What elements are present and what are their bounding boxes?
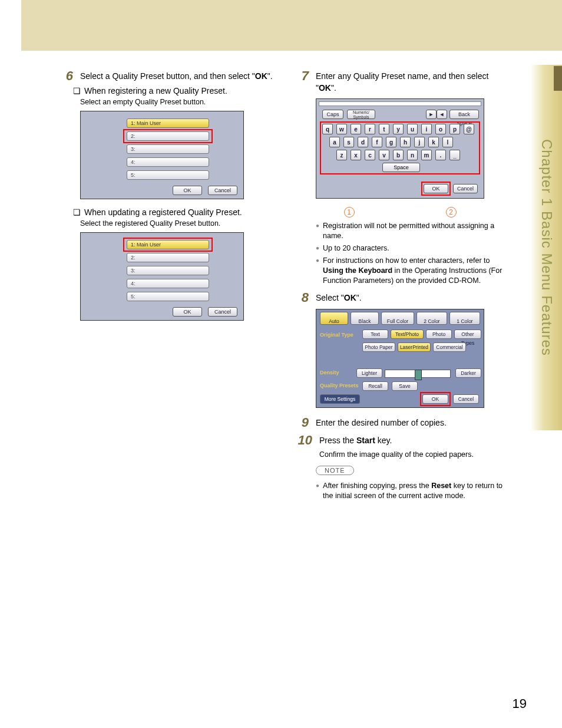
- sub-register: ❏ When registering a new Quality Preset.: [73, 86, 275, 95]
- checkbox-icon: ❏: [73, 207, 81, 217]
- key-q[interactable]: q: [322, 124, 333, 134]
- key-u[interactable]: u: [407, 124, 418, 134]
- key-n[interactable]: n: [407, 150, 418, 160]
- tab-2-color[interactable]: 2 Color: [416, 312, 447, 325]
- darker-button[interactable]: Darker: [455, 368, 481, 378]
- step-number: 8: [292, 291, 309, 304]
- key-y[interactable]: y: [393, 124, 404, 134]
- screenshot-preset-list-empty: 1: Main User 2: 3: 4: 5: OK Cancel: [80, 111, 244, 199]
- step10-sub: Confirm the image quality of the copied …: [319, 450, 510, 459]
- ok-button[interactable]: OK: [173, 186, 202, 195]
- key-s[interactable]: s: [343, 137, 354, 147]
- key-l[interactable]: l: [442, 137, 453, 147]
- key-h[interactable]: h: [400, 137, 411, 147]
- chapter-side-tab: Chapter 1 Basic Menu Features: [531, 65, 562, 430]
- key-o[interactable]: o: [435, 124, 446, 134]
- tab-commercial[interactable]: Commercial: [433, 342, 466, 352]
- tab-photo-paper[interactable]: Photo Paper: [362, 342, 395, 352]
- step-text: Select a Quality Preset button, and then…: [80, 70, 275, 83]
- note-text: After finishing copying, press the Reset…: [323, 481, 510, 501]
- header-band: [21, 0, 562, 51]
- key-@[interactable]: @: [464, 124, 474, 134]
- backspace-button[interactable]: Back Space: [449, 110, 479, 119]
- note-text: Registration will not be permitted witho…: [323, 221, 510, 241]
- cancel-button[interactable]: Cancel: [208, 186, 237, 195]
- key-w[interactable]: w: [336, 124, 347, 134]
- key-c[interactable]: c: [365, 150, 375, 160]
- key-r[interactable]: r: [365, 124, 375, 134]
- ok-button[interactable]: OK: [173, 307, 202, 317]
- more-settings-button[interactable]: More Settings: [320, 394, 360, 404]
- key-.[interactable]: .: [435, 150, 446, 160]
- preset-row-3[interactable]: 3:: [127, 266, 209, 275]
- arrow-right-button[interactable]: ►: [426, 110, 437, 119]
- key-j[interactable]: j: [414, 137, 425, 147]
- key-e[interactable]: e: [351, 124, 361, 134]
- tab-black[interactable]: Black: [351, 312, 379, 325]
- save-button[interactable]: Save: [392, 381, 418, 391]
- left-column: 6 Select a Quality Preset button, and th…: [57, 70, 275, 503]
- tab-text[interactable]: Text: [362, 330, 388, 339]
- tab-photo[interactable]: Photo: [426, 330, 452, 339]
- step-number: 10: [292, 434, 312, 447]
- key-z[interactable]: z: [336, 150, 347, 160]
- key-i[interactable]: i: [421, 124, 432, 134]
- note-bullets: ●After finishing copying, press the Rese…: [316, 481, 510, 501]
- preset-row-5[interactable]: 5:: [127, 170, 209, 180]
- arrow-left-button[interactable]: ◄: [437, 110, 447, 119]
- preset-row-1[interactable]: 1: Main User: [127, 118, 209, 128]
- keyboard-markers: 1 2: [316, 207, 484, 218]
- key-a[interactable]: a: [329, 137, 340, 147]
- preset-row-2[interactable]: 2:: [127, 253, 209, 262]
- key-f[interactable]: f: [372, 137, 382, 147]
- key-p[interactable]: p: [449, 124, 460, 134]
- step-text: Enter the desired number of copies.: [316, 416, 510, 429]
- tab-other-types[interactable]: Other Types: [454, 330, 481, 339]
- preset-row-5[interactable]: 5:: [127, 292, 209, 301]
- density-slider[interactable]: [385, 370, 451, 378]
- step7-notes: ●Registration will not be permitted with…: [316, 221, 510, 285]
- highlight-red-box: [123, 129, 213, 143]
- tab-1-color[interactable]: 1 Color: [449, 312, 480, 325]
- lighter-button[interactable]: Lighter: [356, 368, 382, 378]
- key-k[interactable]: k: [428, 137, 439, 147]
- step-text: Press the Start key.: [319, 434, 510, 447]
- key-g[interactable]: g: [386, 137, 396, 147]
- numeric-symbols-button[interactable]: Numeric/ Symbols: [347, 110, 375, 119]
- key-t[interactable]: t: [379, 124, 389, 134]
- cancel-button[interactable]: Cancel: [208, 307, 237, 317]
- checkbox-icon: ❏: [73, 86, 81, 95]
- highlight-red-ok: [420, 392, 451, 406]
- highlight-red-box: [123, 238, 213, 252]
- cancel-button[interactable]: Cancel: [453, 184, 478, 193]
- cancel-button[interactable]: Cancel: [453, 394, 479, 404]
- step-text: Enter any Quality Preset name, and then …: [316, 70, 510, 94]
- tab-laser-printed[interactable]: LaserPrinted: [398, 342, 431, 352]
- right-column: 7 Enter any Quality Preset name, and the…: [292, 70, 510, 503]
- key-x[interactable]: x: [351, 150, 361, 160]
- preset-row-3[interactable]: 3:: [127, 144, 209, 154]
- step-number: 7: [292, 70, 309, 94]
- key-v[interactable]: v: [379, 150, 389, 160]
- label-density: Density: [320, 370, 339, 375]
- highlight-red-ok: [421, 182, 451, 196]
- key-m[interactable]: m: [421, 150, 432, 160]
- screenshot-keyboard: Caps Numeric/ Symbols Back Space ◄ ► Spa…: [316, 98, 484, 199]
- screenshot-quality-settings: Auto Black Full Color 2 Color 1 Color Or…: [316, 309, 484, 408]
- bullet-icon: ●: [316, 256, 319, 286]
- tab-auto[interactable]: Auto: [320, 312, 348, 325]
- caps-button[interactable]: Caps: [322, 110, 343, 119]
- text-input-bar[interactable]: [319, 101, 481, 106]
- bullet-icon: ●: [316, 221, 319, 241]
- key-d[interactable]: d: [358, 137, 368, 147]
- step-number: 9: [292, 416, 309, 429]
- key-_[interactable]: _: [449, 150, 460, 160]
- tab-text-photo[interactable]: Text/Photo: [391, 330, 424, 339]
- note-text: Up to 20 characters.: [323, 243, 389, 253]
- recall-button[interactable]: Recall: [362, 381, 388, 391]
- key-b[interactable]: b: [393, 150, 404, 160]
- tab-full-color[interactable]: Full Color: [381, 312, 414, 325]
- preset-row-4[interactable]: 4:: [127, 157, 209, 167]
- step-8: 8 Select "OK".: [292, 291, 510, 304]
- preset-row-4[interactable]: 4:: [127, 279, 209, 288]
